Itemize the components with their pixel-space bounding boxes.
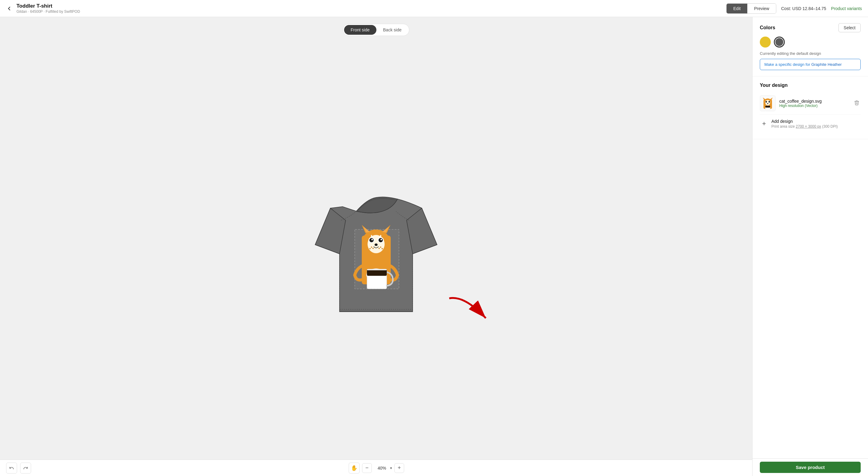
pan-icon: ✋: [351, 465, 358, 471]
svg-point-21: [378, 248, 380, 249]
svg-rect-39: [765, 106, 770, 107]
svg-rect-26: [367, 269, 387, 270]
redo-button[interactable]: [20, 463, 31, 474]
zoom-value-display: 40%: [374, 466, 390, 471]
swatch-graphite[interactable]: [774, 37, 785, 47]
preview-button[interactable]: Preview: [747, 4, 776, 13]
tab-front-side[interactable]: Front side: [344, 25, 376, 35]
arrow-annotation: [440, 292, 501, 330]
svg-point-10: [369, 238, 374, 242]
design-info: cat_coffee_design.svg High resolution (V…: [779, 99, 849, 108]
svg-point-13: [381, 239, 382, 241]
undo-button[interactable]: [6, 463, 17, 474]
toolbar-center: ✋ − 40% ▾ +: [349, 463, 404, 474]
design-quality: High resolution (Vector): [779, 104, 849, 108]
color-swatches: [760, 37, 861, 47]
design-filename: cat_coffee_design.svg: [779, 99, 849, 104]
edit-button[interactable]: Edit: [726, 4, 747, 13]
your-design-section: Your design: [752, 76, 868, 139]
save-product-button[interactable]: Save product: [760, 462, 861, 473]
product-subtitle: Gildan · 64500P · Fulfilled by SwiftPOD: [17, 9, 726, 14]
svg-point-37: [767, 103, 768, 104]
make-specific-design-button[interactable]: Make a specific design for Graphite Heat…: [760, 59, 861, 70]
make-specific-label: Make a specific design for: [764, 62, 810, 67]
swatch-yellow[interactable]: [760, 37, 771, 47]
add-design-icon: +: [760, 120, 768, 128]
cost-display: Cost: USD 12.84–14.75: [781, 6, 826, 11]
bottom-toolbar: ✋ − 40% ▾ +: [0, 459, 752, 476]
zoom-out-button[interactable]: −: [362, 463, 372, 473]
main-layout: Front side Back side: [0, 17, 868, 476]
svg-point-36: [769, 101, 770, 103]
add-design-sublabel: Print area size 2700 × 3000 px (300 DPI): [771, 124, 838, 129]
delete-design-button[interactable]: [853, 99, 861, 108]
toolbar-left: [6, 463, 31, 474]
product-variants-link[interactable]: Product variants: [831, 6, 862, 11]
right-panel: Colors Select Currently editing the defa…: [752, 17, 868, 476]
side-tabs: Front side Back side: [343, 24, 410, 36]
svg-point-35: [766, 101, 767, 103]
svg-point-17: [371, 247, 372, 248]
colors-section: Colors Select Currently editing the defa…: [752, 17, 868, 76]
add-design-text: Add design Print area size 2700 × 3000 p…: [771, 119, 838, 129]
svg-point-16: [375, 244, 378, 246]
make-specific-color: Graphite Heather: [811, 62, 842, 67]
product-title: Toddler T-shirt: [17, 3, 726, 9]
save-product-container: Save product: [752, 458, 868, 476]
canvas-area: Front side Back side: [0, 17, 752, 476]
header: Toddler T-shirt Gildan · 64500P · Fulfil…: [0, 0, 868, 17]
tshirt-svg: [306, 171, 446, 324]
edit-preview-group: Edit Preview: [726, 3, 776, 14]
svg-point-11: [378, 238, 383, 242]
tshirt-canvas[interactable]: [0, 36, 752, 459]
svg-point-12: [372, 239, 373, 241]
tshirt-container: [306, 171, 446, 324]
colors-header: Colors Select: [760, 23, 861, 32]
design-thumbnail: [760, 95, 776, 111]
header-actions: Edit Preview Cost: USD 12.84–14.75 Produ…: [726, 3, 862, 14]
zoom-dropdown-button[interactable]: ▾: [390, 466, 392, 470]
svg-point-19: [369, 248, 371, 249]
your-design-title: Your design: [760, 83, 787, 88]
tab-back-side[interactable]: Back side: [376, 25, 408, 35]
svg-point-18: [372, 248, 374, 249]
add-design-label: Add design: [771, 119, 838, 124]
zoom-in-button[interactable]: +: [394, 463, 404, 473]
back-button[interactable]: [6, 5, 12, 11]
add-design-row[interactable]: + Add design Print area size 2700 × 3000…: [760, 115, 861, 133]
select-colors-button[interactable]: Select: [838, 23, 861, 32]
design-item: cat_coffee_design.svg High resolution (V…: [760, 92, 861, 115]
svg-point-22: [381, 248, 383, 249]
default-design-text: Currently editing the default design: [760, 51, 861, 56]
header-title-block: Toddler T-shirt Gildan · 64500P · Fulfil…: [17, 3, 726, 14]
pan-tool-button[interactable]: ✋: [349, 463, 360, 474]
colors-title: Colors: [760, 25, 775, 30]
svg-point-20: [380, 247, 381, 248]
zoom-control: 40% ▾: [374, 466, 392, 471]
your-design-header: Your design: [760, 83, 861, 88]
